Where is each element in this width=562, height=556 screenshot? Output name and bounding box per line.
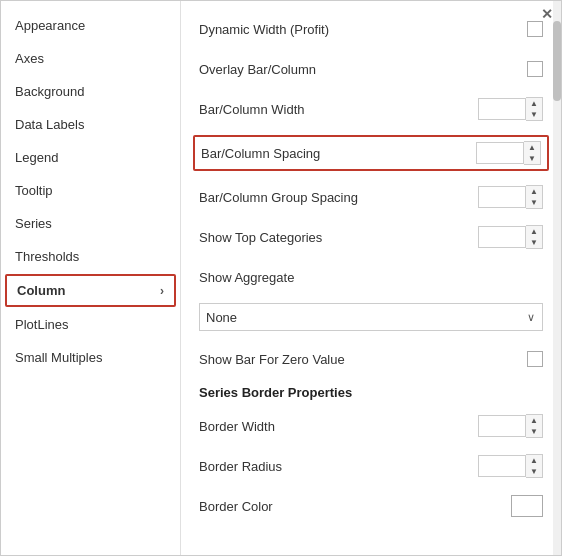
bar-column-spacing-spin-down[interactable]: ▼ — [524, 153, 540, 164]
show-aggregate-label: Show Aggregate — [199, 270, 294, 285]
bar-column-width-spin-up[interactable]: ▲ — [526, 98, 542, 109]
bar-column-spacing-label: Bar/Column Spacing — [201, 146, 320, 161]
bar-column-group-spacing-input[interactable] — [478, 186, 526, 208]
bar-column-spacing-spin-buttons: ▲ ▼ — [524, 141, 541, 165]
overlay-bar-label: Overlay Bar/Column — [199, 62, 316, 77]
dialog-body: Appearance Axes Background Data Labels L… — [1, 1, 561, 555]
show-top-categories-label: Show Top Categories — [199, 230, 322, 245]
border-width-spin-buttons: ▲ ▼ — [526, 414, 543, 438]
sidebar-item-small-multiples[interactable]: Small Multiples — [1, 341, 180, 374]
border-width-spin-up[interactable]: ▲ — [526, 415, 542, 426]
border-radius-spinner: ▲ ▼ — [478, 454, 543, 478]
bar-column-width-label: Bar/Column Width — [199, 102, 304, 117]
border-color-label: Border Color — [199, 499, 273, 514]
border-radius-label: Border Radius — [199, 459, 282, 474]
show-top-categories-row: Show Top Categories ▲ ▼ — [199, 223, 543, 251]
scrollbar-thumb[interactable] — [553, 21, 561, 101]
dialog: ✕ Appearance Axes Background Data Labels… — [0, 0, 562, 556]
show-bar-zero-row: Show Bar For Zero Value — [199, 345, 543, 373]
bar-column-spacing-row: Bar/Column Spacing ▲ ▼ — [193, 135, 549, 171]
sidebar-item-legend[interactable]: Legend — [1, 141, 180, 174]
border-radius-spin-down[interactable]: ▼ — [526, 466, 542, 477]
bar-column-group-spacing-row: Bar/Column Group Spacing ▲ ▼ — [199, 183, 543, 211]
content-panel: Dynamic Width (Profit) Overlay Bar/Colum… — [181, 1, 561, 555]
border-color-swatch[interactable] — [511, 495, 543, 517]
sidebar-item-arrow-icon: › — [160, 284, 164, 298]
show-top-categories-spin-down[interactable]: ▼ — [526, 237, 542, 248]
border-radius-spin-buttons: ▲ ▼ — [526, 454, 543, 478]
sidebar-item-label: Thresholds — [15, 249, 79, 264]
sidebar-item-label: Legend — [15, 150, 58, 165]
bar-column-spacing-input[interactable] — [476, 142, 524, 164]
bar-column-group-spacing-spinner: ▲ ▼ — [478, 185, 543, 209]
sidebar-item-label: Axes — [15, 51, 44, 66]
show-top-categories-spinner: ▲ ▼ — [478, 225, 543, 249]
sidebar-item-appearance[interactable]: Appearance — [1, 9, 180, 42]
show-top-categories-spin-up[interactable]: ▲ — [526, 226, 542, 237]
border-width-input[interactable] — [478, 415, 526, 437]
bar-column-width-spin-buttons: ▲ ▼ — [526, 97, 543, 121]
bar-column-group-spacing-spin-buttons: ▲ ▼ — [526, 185, 543, 209]
sidebar-item-label: Data Labels — [15, 117, 84, 132]
overlay-bar-row: Overlay Bar/Column — [199, 55, 543, 83]
border-width-spinner: ▲ ▼ — [478, 414, 543, 438]
show-bar-zero-label: Show Bar For Zero Value — [199, 352, 345, 367]
show-aggregate-dropdown-row: None ∨ — [199, 303, 543, 331]
show-top-categories-input[interactable] — [478, 226, 526, 248]
bar-column-width-spin-down[interactable]: ▼ — [526, 109, 542, 120]
border-radius-input[interactable] — [478, 455, 526, 477]
bar-column-spacing-spinner: ▲ ▼ — [476, 141, 541, 165]
bar-column-width-input[interactable] — [478, 98, 526, 120]
sidebar-item-label: Series — [15, 216, 52, 231]
sidebar-item-series[interactable]: Series — [1, 207, 180, 240]
scrollbar-track[interactable] — [553, 1, 561, 555]
sidebar-item-column[interactable]: Column › — [5, 274, 176, 307]
overlay-bar-checkbox[interactable] — [527, 61, 543, 77]
bar-column-spacing-spin-up[interactable]: ▲ — [524, 142, 540, 153]
sidebar-item-label: Background — [15, 84, 84, 99]
sidebar-item-tooltip[interactable]: Tooltip — [1, 174, 180, 207]
show-bar-zero-checkbox[interactable] — [527, 351, 543, 367]
sidebar-item-axes[interactable]: Axes — [1, 42, 180, 75]
sidebar-item-thresholds[interactable]: Thresholds — [1, 240, 180, 273]
sidebar-item-data-labels[interactable]: Data Labels — [1, 108, 180, 141]
sidebar-item-background[interactable]: Background — [1, 75, 180, 108]
show-aggregate-dropdown-container: None ∨ — [199, 303, 543, 331]
sidebar-item-label: Tooltip — [15, 183, 53, 198]
sidebar-item-label: PlotLines — [15, 317, 68, 332]
close-button[interactable]: ✕ — [541, 7, 553, 21]
bar-column-group-spacing-spin-up[interactable]: ▲ — [526, 186, 542, 197]
dynamic-width-row: Dynamic Width (Profit) — [199, 15, 543, 43]
border-width-row: Border Width ▲ ▼ — [199, 412, 543, 440]
sidebar-item-label: Small Multiples — [15, 350, 102, 365]
dynamic-width-checkbox[interactable] — [527, 21, 543, 37]
sidebar: Appearance Axes Background Data Labels L… — [1, 1, 181, 555]
sidebar-item-label: Appearance — [15, 18, 85, 33]
bar-column-group-spacing-spin-down[interactable]: ▼ — [526, 197, 542, 208]
border-width-label: Border Width — [199, 419, 275, 434]
bar-column-width-row: Bar/Column Width ▲ ▼ — [199, 95, 543, 123]
border-radius-spin-up[interactable]: ▲ — [526, 455, 542, 466]
sidebar-item-plotlines[interactable]: PlotLines — [1, 308, 180, 341]
border-color-row: Border Color — [199, 492, 543, 520]
dynamic-width-label: Dynamic Width (Profit) — [199, 22, 329, 37]
border-width-spin-down[interactable]: ▼ — [526, 426, 542, 437]
show-top-categories-spin-buttons: ▲ ▼ — [526, 225, 543, 249]
series-border-section-title: Series Border Properties — [199, 385, 543, 400]
bar-column-group-spacing-label: Bar/Column Group Spacing — [199, 190, 358, 205]
sidebar-item-label: Column — [17, 283, 65, 298]
border-radius-row: Border Radius ▲ ▼ — [199, 452, 543, 480]
show-aggregate-select[interactable]: None — [199, 303, 543, 331]
show-aggregate-label-row: Show Aggregate — [199, 263, 543, 291]
bar-column-width-spinner: ▲ ▼ — [478, 97, 543, 121]
